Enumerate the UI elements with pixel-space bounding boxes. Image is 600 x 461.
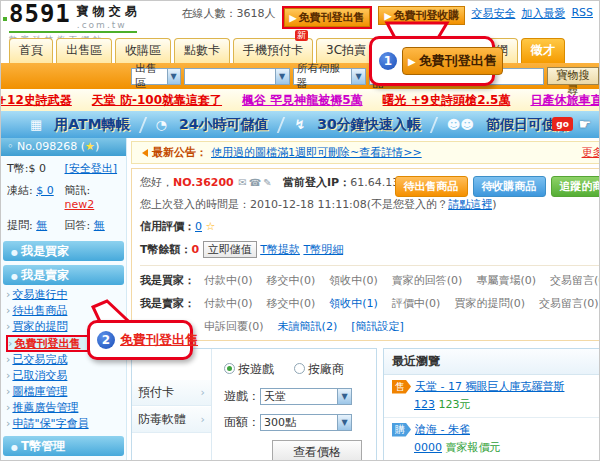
game-select[interactable]: 天堂▼ <box>260 388 352 405</box>
account-panel: 您好，NO.36200 ✉☎✎ 當前登入IP：61.64.134.110 待出售… <box>131 168 600 341</box>
post-sell-button[interactable]: ▶免費刊登出售 <box>284 8 371 27</box>
search-server-select[interactable]: 所有伺服器▼ <box>293 68 366 85</box>
menu-item-prepaid-card[interactable]: 預付卡› <box>132 379 211 406</box>
summary-item[interactable]: 付款中(0) <box>204 273 253 288</box>
post-buy-button[interactable]: ▶免費刊登收購 <box>378 6 465 25</box>
radio-by-vendor[interactable]: 按廠商 <box>294 361 344 378</box>
answer-link[interactable]: 無 <box>94 219 105 232</box>
recent-item-link[interactable]: 滄海 - 朱雀 <box>415 422 470 437</box>
notice-link[interactable]: 使用過的圖檔滿1週即可刪除~查看詳情>> <box>211 145 422 160</box>
link-trade-safety[interactable]: 交易安全 <box>471 6 515 21</box>
tracked-items-button[interactable]: 追蹤的商品 <box>551 176 600 197</box>
arrow-icon: › <box>201 386 205 399</box>
mail-icon[interactable]: ✉ <box>238 177 246 188</box>
tab-home[interactable]: 首頁 <box>9 38 53 63</box>
tab-3c-auction[interactable]: 3C拍賣 <box>316 38 376 63</box>
recent-item-sublink[interactable]: 0000 <box>414 441 442 454</box>
search-game-select[interactable]: ▼ <box>184 68 290 85</box>
amount-select[interactable]: 300點▼ <box>260 414 352 431</box>
callout-post-sell-link[interactable]: 免費刊登出售 <box>120 331 198 349</box>
search-button[interactable]: 寶物搜尋 <box>547 67 599 85</box>
logo[interactable]: 8591 寶物交易 .com.tw 數字科技旗下網站 <box>9 3 141 39</box>
triangle-icon: ▶ <box>290 13 297 23</box>
atm-banner[interactable]: ▦ 用ATM轉帳 ◔ 24小時可儲值 ↯ 30分鐘快速入帳 ☻☻ 節假日可使用 … <box>1 111 599 138</box>
summary-item[interactable]: 領收中(0) <box>329 273 378 288</box>
tab-mobile-prepaid[interactable]: 手機預付卡新 <box>233 38 313 63</box>
triangle-icon: ▶ <box>408 56 416 67</box>
summary-item[interactable]: 移交中(0) <box>267 273 316 288</box>
topup-button[interactable]: 立即儲值 <box>203 241 257 258</box>
callout-post-sell-button[interactable]: ▶免費刊登出售 <box>402 47 503 75</box>
summary-item[interactable]: 賣家的回答(0) <box>392 273 463 288</box>
edit-icon[interactable]: ✎ <box>263 177 271 188</box>
summary-item[interactable]: 專屬賣場(0) <box>476 273 536 288</box>
sidebar-item-cancelled[interactable]: ›已取消交易 <box>6 368 126 384</box>
sidebar-item-trading[interactable]: ›交易進行中 <box>6 287 126 303</box>
withdraw-link[interactable]: T幣提款 <box>260 243 300 256</box>
logo-domain: .com.tw <box>77 20 141 30</box>
tab-point-card[interactable]: 點數卡 <box>174 38 230 63</box>
sidebar-item-ad-management[interactable]: ›推薦廣告管理 <box>6 400 126 416</box>
link-add-favorite[interactable]: 加入最愛 <box>521 6 565 21</box>
pending-buy-button[interactable]: 待收購商品 <box>473 176 546 197</box>
logo-pixel-green <box>3 17 7 21</box>
bottom-row: 預付卡› 防毒軟體› 按遊戲 按廠商 遊戲： 天堂▼ 面額： <box>131 348 600 461</box>
recent-item-link[interactable]: 天堂 - 17 獨眼巨人庫克羅普斯 <box>415 379 564 394</box>
more-notices-link[interactable]: 更多公告 <box>582 145 600 160</box>
summary-item[interactable]: 移交中(0) <box>267 296 316 311</box>
phone-icon[interactable]: ☎ <box>249 177 261 188</box>
divider <box>277 117 285 133</box>
promo-link[interactable]: 龍之谷 +12史詩武器 <box>0 92 72 109</box>
recent-item-sublink[interactable]: 123 <box>414 398 435 411</box>
recent-item-price: 123元 <box>439 398 471 411</box>
ask-link[interactable]: 無 <box>36 219 47 232</box>
promo-link[interactable]: 天堂 防-100就靠這套了 <box>92 92 222 109</box>
summary-item-highlight[interactable]: 未讀簡訊(2) <box>278 319 338 334</box>
arrow-icon: › <box>8 337 12 350</box>
summary-item[interactable]: 買家的提問(0) <box>454 296 525 311</box>
online-count: 在線人數：3618人 <box>182 6 276 21</box>
ask-cell: 提問: 無 <box>7 218 63 233</box>
promo-link[interactable]: 楓谷 罕見神龍被褥5萬 <box>242 92 363 109</box>
tab-buy-zone[interactable]: 收購區 <box>115 38 171 63</box>
frozen-cell: 凍結: $ 0 <box>7 183 63 211</box>
sidebar-item-apply-bao-member[interactable]: ›申請"保"字會員 <box>6 416 126 432</box>
promo-link[interactable]: 日產休旅車直降20萬 <box>530 92 600 109</box>
go-button[interactable]: go <box>552 117 573 131</box>
not-you-link[interactable]: 請點這裡 <box>448 198 492 211</box>
radio-by-game[interactable]: 按遊戲 <box>224 361 274 378</box>
tab-sell-zone[interactable]: 出售區 <box>56 38 112 63</box>
promo-link[interactable]: 曙光 +9史詩頭槍2.5萬 <box>383 92 511 109</box>
sidebar-section-tcoin[interactable]: ●T幣管理 <box>3 436 124 456</box>
logout-link[interactable]: [安全登出] <box>65 161 121 176</box>
statement-link[interactable]: T幣明細 <box>303 243 343 256</box>
summary-item-highlight[interactable]: 領收中(1) <box>329 296 378 311</box>
search-category-select[interactable]: 出售區▼ <box>131 68 181 85</box>
sidebar-item-pending-sell[interactable]: ›待出售商品 <box>6 303 126 319</box>
check-price-button[interactable]: 查看價格 <box>272 440 362 461</box>
sell-badge: 售 <box>392 380 411 394</box>
sidebar-section-buyer[interactable]: ●我是買家 <box>3 241 124 261</box>
summary-item[interactable]: 評價中(0) <box>392 296 441 311</box>
credit-score-link[interactable]: 0 <box>195 220 202 233</box>
sms-new-link[interactable]: new2 <box>65 198 95 211</box>
divider <box>140 265 600 266</box>
arrow-icon: › <box>6 401 10 414</box>
sidebar-item-image-library[interactable]: ›圖檔庫管理 <box>6 384 126 400</box>
summary-item[interactable]: 申訴回覆(0) <box>204 319 264 334</box>
hand-cursor-icon: ☛ <box>578 116 591 132</box>
summary-row-service: 客服中心： 申訴回覆(0) 未讀簡訊(2) [簡訊設定] <box>140 319 600 334</box>
summary-row-buyer: 我是買家： 付款中(0) 移交中(0) 領收中(0) 賣家的回答(0) 專屬賣場… <box>140 273 600 288</box>
menu-item-antivirus[interactable]: 防毒軟體› <box>132 406 211 433</box>
banner-text: 30分鐘快速入帳 <box>317 116 420 134</box>
link-rss[interactable]: RSS <box>571 6 593 19</box>
summary-item[interactable]: 交易留言(0) <box>539 296 599 311</box>
summary-item-highlight[interactable]: [簡訊設定] <box>351 319 404 334</box>
divider <box>430 117 438 133</box>
summary-item[interactable]: 付款中(0) <box>204 296 253 311</box>
summary-item[interactable]: 交易留言(0) <box>550 273 600 288</box>
sidebar-section-seller[interactable]: ●我是賣家 <box>3 265 124 285</box>
frozen-amount-link[interactable]: $ 0 <box>36 184 54 197</box>
tab-recruit[interactable]: 徵才 <box>521 38 565 63</box>
pending-sell-button[interactable]: 待出售商品 <box>395 176 468 197</box>
